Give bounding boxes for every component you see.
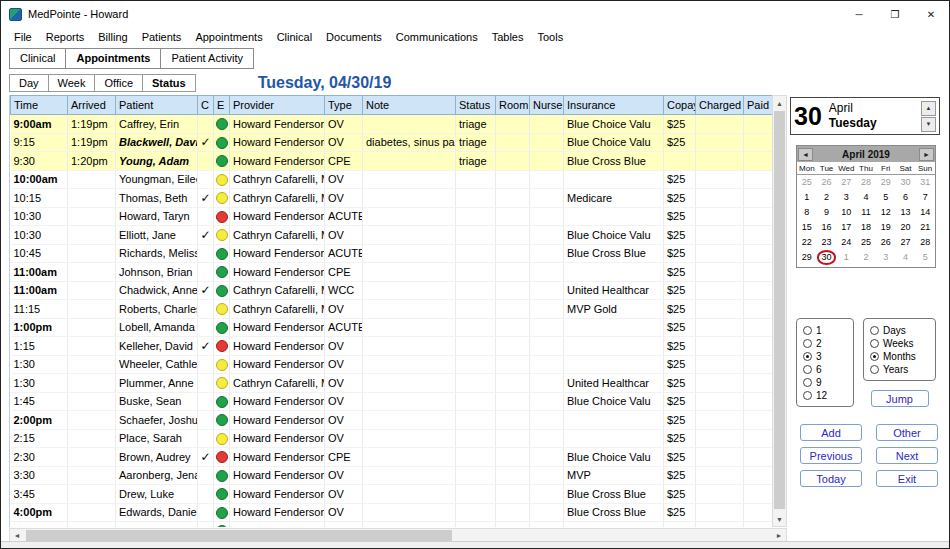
calendar-day[interactable]: 5 xyxy=(915,250,935,265)
appointment-row[interactable]: 1:00pmLobell, AmandaHoward Fenderson, MD… xyxy=(11,318,773,337)
calendar-day[interactable]: 23 xyxy=(817,235,837,250)
column-header-status[interactable]: Status xyxy=(456,96,496,115)
jump-unit-option-weeks[interactable]: Weeks xyxy=(870,337,929,349)
appointment-row[interactable]: 1:30Wheeler, CathleenHoward Fenderson, M… xyxy=(11,355,773,374)
calendar-day[interactable]: 31 xyxy=(915,175,935,190)
calendar-day[interactable]: 1 xyxy=(797,190,817,205)
menu-item-documents[interactable]: Documents xyxy=(319,31,389,43)
jump-number-option-12[interactable]: 12 xyxy=(803,389,847,401)
calendar-day[interactable]: 2 xyxy=(856,250,876,265)
date-spin-down-icon[interactable]: ▼ xyxy=(921,117,936,132)
calendar-day[interactable]: 2 xyxy=(817,190,837,205)
calendar-day[interactable]: 14 xyxy=(915,205,935,220)
menu-item-patients[interactable]: Patients xyxy=(135,31,189,43)
appointment-row[interactable]: 2:15Place, SarahHoward Fenderson, MDOV$2… xyxy=(11,429,773,448)
calendar-day[interactable]: 4 xyxy=(856,190,876,205)
appointment-row[interactable]: 11:00amChadwick, Anne✓Cathryn Cafarelli,… xyxy=(11,281,773,300)
calendar-day[interactable]: 7 xyxy=(915,190,935,205)
column-header-note[interactable]: Note xyxy=(363,96,456,115)
calendar-day[interactable]: 3 xyxy=(836,190,856,205)
calendar-day[interactable]: 29 xyxy=(797,250,817,265)
appointment-row[interactable]: 10:30Elliott, Jane✓Cathryn Cafarelli, MD… xyxy=(11,226,773,245)
column-header-arrived[interactable]: Arrived xyxy=(68,96,116,115)
scroll-up-icon[interactable]: ▲ xyxy=(773,96,786,110)
calendar-day[interactable]: 16 xyxy=(817,220,837,235)
vertical-scrollbar[interactable]: ▲ ▼ xyxy=(772,95,787,527)
calendar-day[interactable]: 28 xyxy=(915,235,935,250)
column-header-time[interactable]: Time xyxy=(11,96,68,115)
calendar-day[interactable]: 13 xyxy=(896,205,916,220)
other-button[interactable]: Other xyxy=(876,424,938,441)
calendar-next-icon[interactable]: ► xyxy=(919,148,934,161)
calendar-day[interactable]: 20 xyxy=(896,220,916,235)
calendar-day[interactable]: 8 xyxy=(797,205,817,220)
appointment-row[interactable]: 3:30Aaronberg, JenaHoward Fenderson, MDO… xyxy=(11,466,773,485)
today-button[interactable]: Today xyxy=(800,470,862,487)
column-header-type[interactable]: Type xyxy=(325,96,363,115)
calendar-day[interactable]: 10 xyxy=(836,205,856,220)
jump-number-option-9[interactable]: 9 xyxy=(803,376,847,388)
tab-clinical[interactable]: Clinical xyxy=(9,48,65,69)
horizontal-scroll-thumb[interactable] xyxy=(26,530,452,541)
calendar-day[interactable]: 15 xyxy=(797,220,817,235)
close-icon[interactable]: ✕ xyxy=(913,1,949,27)
menu-item-file[interactable]: File xyxy=(7,31,39,43)
calendar-day[interactable]: 22 xyxy=(797,235,817,250)
calendar-day[interactable]: 1 xyxy=(836,250,856,265)
previous-button[interactable]: Previous xyxy=(800,447,862,464)
view-tab-day[interactable]: Day xyxy=(9,74,48,92)
appointment-row[interactable]: 9:00am1:19pmCaffrey, ErinHoward Fenderso… xyxy=(11,115,773,134)
minimize-icon[interactable]: ─ xyxy=(841,1,877,27)
calendar-day[interactable]: 30 xyxy=(896,175,916,190)
jump-number-option-3[interactable]: 3 xyxy=(803,350,847,362)
calendar-day[interactable]: 4 xyxy=(896,250,916,265)
calendar-day[interactable]: 12 xyxy=(876,205,896,220)
calendar-day[interactable]: 26 xyxy=(876,235,896,250)
jump-unit-option-years[interactable]: Years xyxy=(870,363,929,375)
calendar-day[interactable]: 26 xyxy=(817,175,837,190)
appointment-row[interactable]: 4:00pmEdwards, DanielleHoward Fenderson,… xyxy=(11,503,773,522)
calendar-day[interactable]: 18 xyxy=(856,220,876,235)
calendar-day[interactable]: 28 xyxy=(856,175,876,190)
jump-button[interactable]: Jump xyxy=(871,390,929,407)
calendar-day[interactable]: 9 xyxy=(817,205,837,220)
appointment-row[interactable]: 10:15Thomas, Beth✓Cathryn Cafarelli, MDO… xyxy=(11,189,773,208)
column-header-patient[interactable]: Patient xyxy=(116,96,198,115)
menu-item-appointments[interactable]: Appointments xyxy=(188,31,269,43)
calendar-day[interactable]: 29 xyxy=(876,175,896,190)
calendar-day[interactable]: 25 xyxy=(856,235,876,250)
column-header-e[interactable]: E xyxy=(214,96,230,115)
jump-number-option-2[interactable]: 2 xyxy=(803,337,847,349)
calendar-day-selected[interactable]: 30 xyxy=(817,250,837,265)
appointment-row[interactable]: 2:00pmSchaefer, JoshuaHoward Fenderson, … xyxy=(11,411,773,430)
appointment-row[interactable]: 10:30Howard, TarynHoward Fenderson, MDAC… xyxy=(11,207,773,226)
next-button[interactable]: Next xyxy=(876,447,938,464)
view-tab-status[interactable]: Status xyxy=(142,74,196,92)
calendar-day[interactable]: 27 xyxy=(836,175,856,190)
appointment-row[interactable]: 1:15Kelleher, David✓Howard Fenderson, MD… xyxy=(11,337,773,356)
tab-patient-activity[interactable]: Patient Activity xyxy=(160,48,254,69)
scroll-down-icon[interactable]: ▼ xyxy=(773,512,786,526)
column-header-nurse[interactable]: Nurse xyxy=(530,96,564,115)
calendar-day[interactable]: 6 xyxy=(896,190,916,205)
add-button[interactable]: Add xyxy=(800,424,862,441)
calendar-day[interactable]: 21 xyxy=(915,220,935,235)
column-header-room[interactable]: Room xyxy=(496,96,530,115)
appointment-row[interactable]: 10:45Richards, MelissaHoward Fenderson, … xyxy=(11,244,773,263)
column-header-provider[interactable]: Provider xyxy=(230,96,325,115)
appointment-row[interactable]: 1:30Plummer, AnneCathryn Cafarelli, MDOV… xyxy=(11,374,773,393)
view-tab-week[interactable]: Week xyxy=(48,74,95,92)
menu-item-tools[interactable]: Tools xyxy=(530,31,570,43)
column-header-c[interactable]: C xyxy=(198,96,214,115)
menu-item-tables[interactable]: Tables xyxy=(485,31,531,43)
jump-unit-option-days[interactable]: Days xyxy=(870,324,929,336)
calendar-day[interactable]: 27 xyxy=(896,235,916,250)
tab-appointments[interactable]: Appointments xyxy=(65,48,160,69)
menu-item-billing[interactable]: Billing xyxy=(91,31,134,43)
jump-unit-option-months[interactable]: Months xyxy=(870,350,929,362)
appointment-row[interactable]: 10:00amYoungman, EileenCathryn Cafarelli… xyxy=(11,170,773,189)
appointment-row[interactable] xyxy=(11,522,773,528)
column-header-insurance[interactable]: Insurance xyxy=(564,96,664,115)
appointment-row[interactable]: 9:151:19pmBlackwell, David✓Howard Fender… xyxy=(11,133,773,152)
appointment-row[interactable]: 11:00amJohnson, BrianHoward Fenderson, M… xyxy=(11,263,773,282)
